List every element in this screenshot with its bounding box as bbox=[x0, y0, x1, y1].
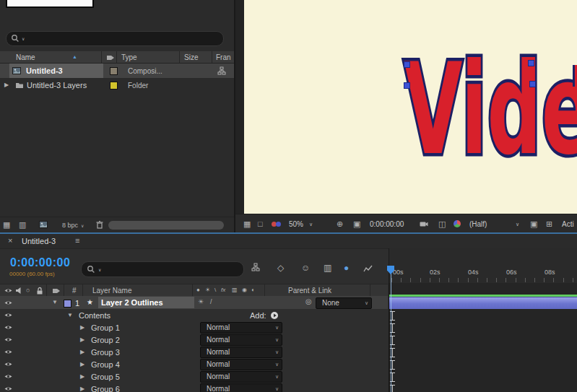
group-row[interactable]: ▶ Group 1 Normal ∨ bbox=[0, 321, 388, 334]
group-row[interactable]: ▶ Group 6 Normal ∨ bbox=[0, 383, 388, 392]
composition-canvas[interactable]: Vide bbox=[244, 0, 577, 214]
sort-ascending-icon[interactable]: ▲ bbox=[72, 54, 77, 59]
expand-arrow-icon[interactable]: ▶ bbox=[80, 337, 84, 343]
motion-blur-icon[interactable]: ● bbox=[344, 263, 349, 272]
canvas-text[interactable]: Vide bbox=[404, 36, 577, 183]
blend-mode-dropdown[interactable]: Normal ∨ bbox=[200, 334, 282, 346]
expand-arrow-icon[interactable]: ▶ bbox=[80, 325, 84, 331]
shy-layers-icon[interactable]: ☺ bbox=[301, 263, 310, 272]
blend-mode-dropdown[interactable]: Normal ∨ bbox=[200, 347, 282, 358]
label-tag-icon[interactable] bbox=[106, 53, 114, 61]
visibility-eye-icon[interactable] bbox=[4, 360, 12, 368]
column-type[interactable]: Type bbox=[121, 53, 137, 62]
expand-arrow-icon[interactable]: ▶ bbox=[80, 374, 84, 380]
close-icon[interactable]: × bbox=[8, 237, 12, 245]
label-color-swatch[interactable] bbox=[110, 82, 118, 90]
window-layout-icon[interactable]: ▦ bbox=[243, 220, 251, 228]
blend-mode-dropdown[interactable]: Normal ∨ bbox=[200, 371, 282, 383]
timeline-track-area[interactable] bbox=[389, 283, 577, 392]
group-row[interactable]: ▶ Group 2 Normal ∨ bbox=[0, 334, 388, 347]
flowchart-icon[interactable] bbox=[217, 66, 226, 75]
zoom-chevron-icon[interactable]: ∨ bbox=[309, 222, 313, 227]
viewer-timecode[interactable]: 0:00:00:00 bbox=[370, 220, 404, 229]
viewer-toolbar: ▦ □ 50% ∨ ⊕ ▣ 0:00:00:00 ◫ (Half) ∨ ▣ ⊞ … bbox=[235, 214, 577, 233]
visibility-eye-icon[interactable] bbox=[4, 336, 12, 344]
twirl-down-icon[interactable]: ▼ bbox=[52, 300, 58, 305]
frame-blending-icon[interactable]: ▥ bbox=[324, 263, 331, 272]
expand-arrow-icon[interactable]: ▶ bbox=[80, 362, 84, 367]
target-region-icon[interactable]: ▣ bbox=[530, 220, 537, 228]
time-ruler[interactable]: 00s 02s 04s 06s 08s bbox=[389, 248, 577, 283]
search-options-chevron-icon[interactable]: ∨ bbox=[22, 37, 25, 41]
region-of-interest-icon[interactable]: ▣ bbox=[353, 220, 360, 228]
parent-dropdown[interactable]: None ∨ bbox=[316, 297, 372, 309]
draft-3d-icon[interactable]: ◇ bbox=[277, 263, 284, 272]
collapse-transformations-icon[interactable]: ☀ bbox=[198, 299, 204, 305]
column-name[interactable]: Name bbox=[16, 53, 35, 62]
timeline-tab-title[interactable]: Untitled-3 bbox=[22, 237, 56, 246]
stereo-glasses-icon[interactable] bbox=[272, 222, 282, 227]
list-view-button[interactable]: ▥ bbox=[19, 221, 26, 229]
selection-handle[interactable] bbox=[404, 61, 410, 68]
project-flowchart-button[interactable]: ▦ bbox=[3, 221, 10, 229]
horizontal-scrollbar[interactable] bbox=[108, 221, 224, 230]
label-color-swatch[interactable] bbox=[110, 67, 118, 75]
group-row[interactable]: ▶ Group 3 Normal ∨ bbox=[0, 346, 388, 359]
group-label: Group 2 bbox=[91, 336, 120, 344]
ruler-tick-label: 06s bbox=[506, 269, 517, 276]
visibility-eye-icon[interactable] bbox=[4, 311, 12, 319]
blend-mode-dropdown[interactable]: Normal ∨ bbox=[200, 359, 282, 370]
grid-guides-icon[interactable]: ⊕ bbox=[337, 220, 343, 228]
expand-arrow-icon[interactable]: ▶ bbox=[80, 349, 84, 355]
visibility-eye-icon[interactable] bbox=[4, 348, 12, 356]
monitor-icon[interactable]: □ bbox=[258, 220, 263, 228]
zoom-dropdown[interactable]: 50% bbox=[289, 220, 303, 229]
composition-mini-flowchart-icon[interactable] bbox=[251, 263, 261, 273]
pick-whip-icon[interactable]: ◎ bbox=[305, 298, 312, 305]
color-depth-button[interactable]: 8 bpc bbox=[62, 222, 78, 230]
blend-mode-dropdown[interactable]: Normal ∨ bbox=[200, 383, 282, 392]
visibility-eye-icon[interactable] bbox=[4, 373, 12, 380]
contents-row[interactable]: ▼ Contents Add: bbox=[0, 309, 388, 322]
layer-name-chip[interactable]: Layer 2 Outlines bbox=[98, 297, 194, 308]
trash-icon[interactable] bbox=[95, 220, 104, 229]
layer-row[interactable]: ▼ 1 ★ Layer 2 Outlines ☀ / ◎ None ∨ bbox=[0, 296, 388, 310]
pixel-aspect-icon[interactable]: ⊞ bbox=[546, 220, 552, 228]
twirl-down-icon[interactable]: ▼ bbox=[67, 313, 73, 318]
expand-arrow-icon[interactable]: ▶ bbox=[4, 82, 9, 88]
snapshot-camera-icon[interactable] bbox=[420, 219, 428, 228]
current-timecode[interactable]: 0:00:00:00 bbox=[10, 256, 70, 269]
layer-name-column-header[interactable]: Layer Name bbox=[92, 287, 131, 295]
blend-mode-dropdown[interactable]: Normal ∨ bbox=[200, 322, 282, 334]
layer-label-color[interactable] bbox=[64, 300, 71, 308]
panel-menu-icon[interactable]: ≡ bbox=[75, 237, 79, 245]
selection-handle[interactable] bbox=[528, 60, 534, 66]
project-row-folder[interactable]: ▶ Untitled-3 Layers Folder bbox=[0, 78, 234, 92]
selection-handle[interactable] bbox=[529, 81, 536, 87]
interpret-footage-button[interactable] bbox=[39, 220, 51, 230]
channel-color-icon[interactable] bbox=[454, 220, 461, 227]
column-size[interactable]: Size bbox=[184, 53, 198, 62]
project-row-composition[interactable]: Untitled-3 Composi... bbox=[0, 64, 234, 78]
view-dropdown-label[interactable]: Acti bbox=[562, 220, 574, 229]
add-property-icon[interactable] bbox=[270, 311, 278, 319]
column-frame-rate[interactable]: Fran bbox=[216, 53, 231, 62]
lock-column-icon bbox=[35, 287, 43, 295]
group-row[interactable]: ▶ Group 5 Normal ∨ bbox=[0, 370, 388, 383]
selection-handle[interactable] bbox=[404, 82, 410, 89]
layer-duration-bar[interactable] bbox=[389, 297, 577, 309]
show-snapshot-icon[interactable]: ◫ bbox=[438, 220, 446, 228]
graph-editor-icon[interactable] bbox=[363, 264, 373, 273]
visibility-eye-icon[interactable] bbox=[4, 323, 12, 331]
group-row[interactable]: ▶ Group 4 Normal ∨ bbox=[0, 358, 388, 371]
expand-arrow-icon[interactable]: ▶ bbox=[80, 386, 84, 392]
visibility-eye-icon[interactable] bbox=[4, 299, 12, 307]
quality-icon[interactable]: / bbox=[210, 299, 212, 305]
project-search-box[interactable]: ∨ bbox=[6, 31, 224, 46]
visibility-eye-icon[interactable] bbox=[4, 385, 12, 392]
timeline-search-box[interactable]: ∨ bbox=[81, 261, 244, 277]
resolution-chevron-icon[interactable]: ∨ bbox=[516, 222, 519, 227]
resolution-dropdown[interactable]: (Half) bbox=[469, 220, 487, 229]
add-label[interactable]: Add: bbox=[250, 311, 266, 321]
playhead-line[interactable] bbox=[391, 266, 391, 392]
